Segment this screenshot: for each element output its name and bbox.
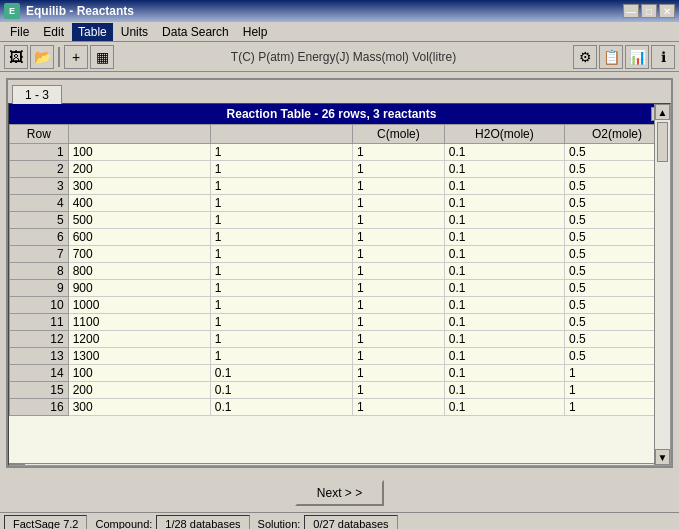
toolbar-btn-2[interactable]: 📂 bbox=[30, 45, 54, 69]
table-cell[interactable]: 900 bbox=[68, 280, 210, 297]
table-cell[interactable]: 0.1 bbox=[444, 229, 564, 246]
table-cell[interactable]: 16 bbox=[10, 399, 69, 416]
table-cell[interactable]: 11 bbox=[10, 314, 69, 331]
menu-edit[interactable]: Edit bbox=[37, 23, 70, 41]
table-cell[interactable]: 300 bbox=[68, 178, 210, 195]
table-cell[interactable]: 0.1 bbox=[444, 365, 564, 382]
table-cell[interactable]: 1 bbox=[210, 195, 352, 212]
table-cell[interactable]: 1 bbox=[352, 280, 444, 297]
toolbar-btn-copy[interactable]: 📋 bbox=[599, 45, 623, 69]
table-cell[interactable]: 1 bbox=[210, 263, 352, 280]
table-cell[interactable]: 1 bbox=[352, 297, 444, 314]
table-cell[interactable]: 0.1 bbox=[444, 297, 564, 314]
table-cell[interactable]: 1 bbox=[210, 144, 352, 161]
table-cell[interactable]: 1 bbox=[352, 229, 444, 246]
table-cell[interactable]: 100 bbox=[68, 365, 210, 382]
table-cell[interactable]: 0.1 bbox=[444, 195, 564, 212]
table-cell[interactable]: 1 bbox=[352, 365, 444, 382]
table-cell[interactable]: 500 bbox=[68, 212, 210, 229]
table-cell[interactable]: 10 bbox=[10, 297, 69, 314]
table-cell[interactable]: 700 bbox=[68, 246, 210, 263]
table-cell[interactable]: 200 bbox=[68, 382, 210, 399]
next-button[interactable]: Next > > bbox=[295, 480, 384, 506]
table-cell[interactable]: 0.1 bbox=[444, 382, 564, 399]
close-button[interactable]: ✕ bbox=[659, 4, 675, 18]
table-cell[interactable]: 400 bbox=[68, 195, 210, 212]
table-cell[interactable]: 1 bbox=[210, 161, 352, 178]
table-cell[interactable]: 12 bbox=[10, 331, 69, 348]
title-bar-controls[interactable]: — □ ✕ bbox=[623, 4, 675, 18]
table-cell[interactable]: 200 bbox=[68, 161, 210, 178]
table-cell[interactable]: 300 bbox=[68, 399, 210, 416]
table-cell[interactable]: 1100 bbox=[68, 314, 210, 331]
table-cell[interactable]: 1 bbox=[210, 314, 352, 331]
table-cell[interactable]: 8 bbox=[10, 263, 69, 280]
scroll-track[interactable] bbox=[655, 120, 670, 449]
table-cell[interactable]: 600 bbox=[68, 229, 210, 246]
table-cell[interactable]: 1 bbox=[10, 144, 69, 161]
table-cell[interactable]: 1 bbox=[210, 297, 352, 314]
table-cell[interactable]: 0.1 bbox=[210, 399, 352, 416]
table-cell[interactable]: 1 bbox=[352, 382, 444, 399]
table-cell[interactable]: 0.1 bbox=[210, 382, 352, 399]
table-cell[interactable]: 1 bbox=[352, 161, 444, 178]
table-cell[interactable]: 4 bbox=[10, 195, 69, 212]
table-cell[interactable]: 0.1 bbox=[444, 399, 564, 416]
table-cell[interactable]: 15 bbox=[10, 382, 69, 399]
table-cell[interactable]: 13 bbox=[10, 348, 69, 365]
table-cell[interactable]: 1 bbox=[352, 263, 444, 280]
table-cell[interactable]: 1 bbox=[210, 331, 352, 348]
table-cell[interactable]: 1300 bbox=[68, 348, 210, 365]
menu-file[interactable]: File bbox=[4, 23, 35, 41]
hscroll-track[interactable] bbox=[25, 464, 654, 467]
minimize-button[interactable]: — bbox=[623, 4, 639, 18]
table-cell[interactable]: 1200 bbox=[68, 331, 210, 348]
table-cell[interactable]: 1 bbox=[352, 331, 444, 348]
table-cell[interactable]: 0.1 bbox=[210, 365, 352, 382]
table-cell[interactable]: 5 bbox=[10, 212, 69, 229]
vertical-scrollbar[interactable]: ▲ ▼ bbox=[654, 104, 670, 465]
table-cell[interactable]: 0.1 bbox=[444, 280, 564, 297]
menu-help[interactable]: Help bbox=[237, 23, 274, 41]
toolbar-btn-1[interactable]: 🖼 bbox=[4, 45, 28, 69]
table-cell[interactable]: 0.1 bbox=[444, 246, 564, 263]
table-cell[interactable]: 14 bbox=[10, 365, 69, 382]
horizontal-scrollbar[interactable]: ◄ ► bbox=[9, 463, 670, 466]
toolbar-btn-settings[interactable]: ⚙ bbox=[573, 45, 597, 69]
table-cell[interactable]: 7 bbox=[10, 246, 69, 263]
table-cell[interactable]: 9 bbox=[10, 280, 69, 297]
table-cell[interactable]: 0.1 bbox=[444, 348, 564, 365]
table-cell[interactable]: 0.1 bbox=[444, 161, 564, 178]
table-cell[interactable]: 1 bbox=[352, 212, 444, 229]
table-cell[interactable]: 1 bbox=[210, 229, 352, 246]
table-cell[interactable]: 1 bbox=[352, 399, 444, 416]
scroll-thumb[interactable] bbox=[657, 122, 668, 162]
table-cell[interactable]: 1 bbox=[210, 348, 352, 365]
table-cell[interactable]: 1 bbox=[352, 246, 444, 263]
table-cell[interactable]: 100 bbox=[68, 144, 210, 161]
menu-data-search[interactable]: Data Search bbox=[156, 23, 235, 41]
table-cell[interactable]: 1 bbox=[210, 280, 352, 297]
table-cell[interactable]: 1 bbox=[210, 246, 352, 263]
maximize-button[interactable]: □ bbox=[641, 4, 657, 18]
scroll-left-button[interactable]: ◄ bbox=[9, 464, 25, 467]
table-cell[interactable]: 1 bbox=[352, 314, 444, 331]
table-cell[interactable]: 0.1 bbox=[444, 331, 564, 348]
toolbar-btn-info[interactable]: ℹ bbox=[651, 45, 675, 69]
toolbar-btn-chart[interactable]: 📊 bbox=[625, 45, 649, 69]
toolbar-btn-grid[interactable]: ▦ bbox=[90, 45, 114, 69]
table-inner[interactable]: Row C(mole) H2O(mole) O2(mole) 1100110.1… bbox=[9, 124, 670, 463]
table-cell[interactable]: 800 bbox=[68, 263, 210, 280]
table-cell[interactable]: 0.1 bbox=[444, 178, 564, 195]
scroll-down-button[interactable]: ▼ bbox=[655, 449, 670, 465]
table-cell[interactable]: 1 bbox=[210, 178, 352, 195]
scroll-up-button[interactable]: ▲ bbox=[655, 104, 670, 120]
table-cell[interactable]: 1 bbox=[352, 144, 444, 161]
menu-table[interactable]: Table bbox=[72, 23, 113, 41]
table-cell[interactable]: 1000 bbox=[68, 297, 210, 314]
tab-1-3[interactable]: 1 - 3 bbox=[12, 85, 62, 104]
table-cell[interactable]: 3 bbox=[10, 178, 69, 195]
table-cell[interactable]: 1 bbox=[352, 178, 444, 195]
table-cell[interactable]: 0.1 bbox=[444, 263, 564, 280]
table-cell[interactable]: 6 bbox=[10, 229, 69, 246]
